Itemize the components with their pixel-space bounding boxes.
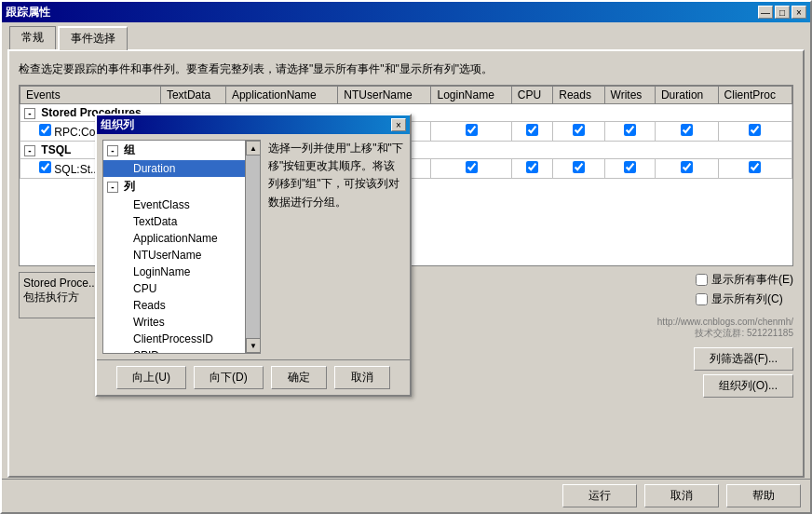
modal-close-button[interactable]: × — [391, 118, 406, 131]
modal-move-up-button[interactable]: 向上(U) — [116, 366, 186, 389]
modal-title: 组织列 — [101, 117, 134, 133]
modal-ok-button[interactable]: 确定 — [271, 366, 327, 389]
textdata-item[interactable]: TextData — [103, 213, 260, 230]
modal-description: 选择一列并使用"上移"和"下移"按钮更改其顺序。将该列移到"组"下，可按该列对数… — [268, 140, 404, 354]
modal-title-bar: 组织列 × — [97, 115, 410, 134]
loginname-item[interactable]: LoginName — [103, 264, 260, 280]
list-scrollbar[interactable]: ▲ ▼ — [245, 141, 260, 353]
writes-item[interactable]: Writes — [103, 314, 260, 331]
modal-list[interactable]: - 组 Duration - 列 EventClass — [102, 140, 261, 354]
main-window: 跟踪属性 — □ × 常规 事件选择 检查选定要跟踪的事件和事件列。要查看完整列… — [0, 0, 812, 514]
applicationname-item[interactable]: ApplicationName — [103, 230, 260, 247]
reads-item[interactable]: Reads — [103, 297, 260, 314]
columns-expand-icon[interactable]: - — [107, 182, 118, 193]
clientprocessid-item[interactable]: ClientProcessID — [103, 331, 260, 347]
group-section-header[interactable]: - 组 — [103, 141, 260, 160]
group-expand-icon[interactable]: - — [107, 145, 118, 156]
modal-overlay: 组织列 × - 组 Duration — [2, 2, 810, 512]
scroll-track — [246, 156, 260, 338]
ntusername-item[interactable]: NTUserName — [103, 247, 260, 264]
spid-item[interactable]: SPID — [103, 347, 260, 354]
modal-list-container: - 组 Duration - 列 EventClass — [102, 140, 261, 354]
organize-columns-dialog: 组织列 × - 组 Duration — [95, 114, 412, 397]
cpu-item[interactable]: CPU — [103, 280, 260, 297]
modal-body: - 组 Duration - 列 EventClass — [97, 134, 410, 359]
scroll-up-btn[interactable]: ▲ — [246, 141, 261, 156]
duration-item[interactable]: Duration — [103, 160, 260, 177]
modal-cancel-button[interactable]: 取消 — [334, 366, 390, 389]
modal-footer: 向上(U) 向下(D) 确定 取消 — [97, 359, 410, 395]
modal-move-down-button[interactable]: 向下(D) — [194, 366, 264, 389]
columns-section-header[interactable]: - 列 — [103, 177, 260, 196]
eventclass-item[interactable]: EventClass — [103, 196, 260, 213]
scroll-down-btn[interactable]: ▼ — [246, 338, 261, 353]
